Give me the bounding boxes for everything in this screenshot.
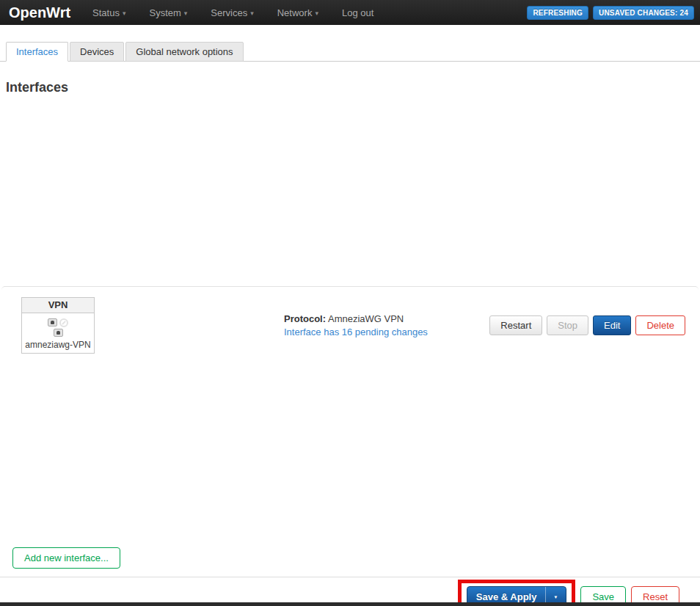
menu-system[interactable]: System▾ <box>149 7 187 18</box>
menu-logout[interactable]: Log out <box>342 7 373 18</box>
tab-devices[interactable]: Devices <box>70 42 124 62</box>
edit-button[interactable]: Edit <box>593 315 631 335</box>
navbar-status-badges: REFRESHING UNSAVED CHANGES: 24 <box>527 6 694 20</box>
caret-down-icon: ▼ <box>554 594 558 599</box>
zone-name: VPN <box>22 298 94 313</box>
tab-interfaces[interactable]: Interfaces <box>6 42 68 62</box>
network-tabbar: Interfaces Devices Global network option… <box>0 42 700 62</box>
openwrt-logo[interactable]: OpenWrt <box>9 4 70 21</box>
delete-button[interactable]: Delete <box>635 315 685 335</box>
tab-global-network-options[interactable]: Global network options <box>125 42 243 62</box>
interface-zone-card: VPN amneziawg-VPN <box>21 297 95 354</box>
signal-disabled-icon <box>59 318 68 327</box>
interface-row: VPN amneziawg-VPN Protocol: AmneziaWG VP… <box>1 287 699 362</box>
caret-down-icon: ▾ <box>123 10 126 17</box>
pending-changes-link[interactable]: Interface has 16 pending changes <box>284 326 428 339</box>
interface-status: Protocol: AmneziaWG VPN Interface has 16… <box>284 313 428 339</box>
menu-status[interactable]: Status▾ <box>92 7 125 18</box>
bottom-footer-strip <box>0 602 700 606</box>
top-navbar: OpenWrt Status▾ System▾ Services▾ Networ… <box>0 0 700 25</box>
caret-down-icon: ▾ <box>315 10 318 17</box>
interface-actions: Restart Stop Edit Delete <box>489 315 685 335</box>
interface-icons <box>23 317 92 337</box>
unsaved-changes-badge[interactable]: UNSAVED CHANGES: 24 <box>593 6 694 20</box>
stop-button[interactable]: Stop <box>547 315 588 335</box>
caret-down-icon: ▾ <box>184 10 188 17</box>
refreshing-badge: REFRESHING <box>527 6 588 20</box>
device-label: amneziawg-VPN <box>23 340 92 350</box>
page-title: Interfaces <box>6 80 700 95</box>
tunnel-port-icon <box>48 318 57 326</box>
menu-network[interactable]: Network▾ <box>277 7 318 18</box>
protocol-value: AmneziaWG VPN <box>326 313 404 324</box>
protocol-label: Protocol: <box>284 313 326 324</box>
menu-services[interactable]: Services▾ <box>211 7 253 18</box>
add-new-interface-button[interactable]: Add new interface... <box>12 547 120 569</box>
caret-down-icon: ▾ <box>250 10 254 17</box>
tunnel-port-icon <box>54 329 63 337</box>
restart-button[interactable]: Restart <box>489 315 542 335</box>
interfaces-section: VPN amneziawg-VPN Protocol: AmneziaWG VP… <box>1 286 699 362</box>
main-menu: Status▾ System▾ Services▾ Network▾ Log o… <box>92 7 373 18</box>
